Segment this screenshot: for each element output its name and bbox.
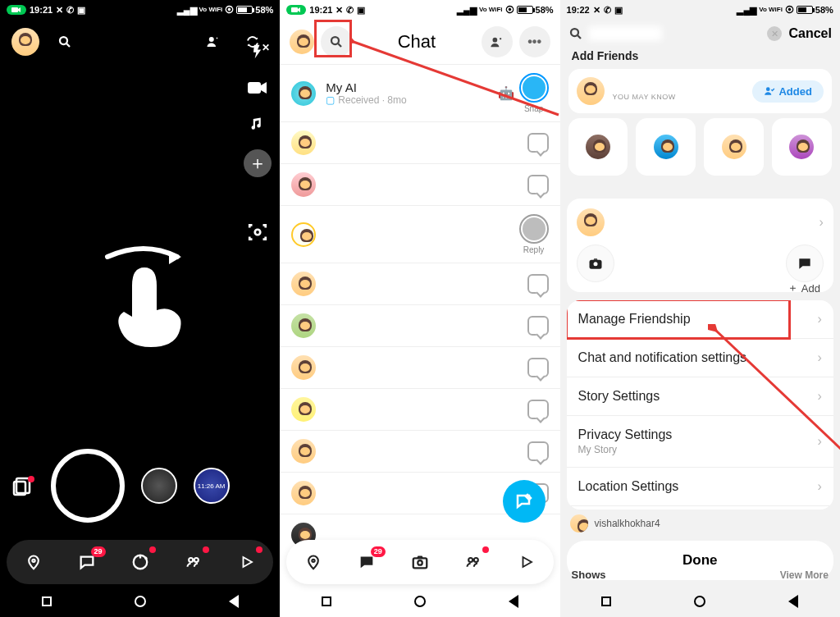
cancel-button[interactable]: Cancel	[788, 26, 831, 41]
profile-header-row[interactable]: ›	[577, 208, 824, 236]
home-button[interactable]	[694, 596, 705, 607]
bottom-nav: 29	[7, 540, 273, 584]
video-icon[interactable]	[247, 77, 268, 98]
status-bar: 19:21 ✕ ✆ ▣ ▂▄▆ Vo WiFi ⦿ 58%	[280, 0, 559, 20]
profile-avatar[interactable]	[11, 28, 39, 56]
svg-point-19	[468, 558, 472, 562]
bot-icon: 🤖	[498, 85, 514, 101]
chevron-right-icon: ›	[818, 434, 822, 449]
reply-ring[interactable]	[519, 214, 549, 244]
location-settings-row[interactable]: Location Settings ›	[567, 468, 833, 506]
chat-row[interactable]	[280, 430, 559, 472]
profile-avatar[interactable]	[290, 30, 314, 54]
camera-chat-icon[interactable]	[527, 133, 549, 153]
send-snap-button[interactable]	[577, 245, 614, 282]
search-button[interactable]	[49, 26, 80, 57]
whatsapp-icon: ✆	[346, 5, 354, 16]
privacy-settings-row[interactable]: Privacy Settings My Story ›	[567, 416, 833, 468]
avatar	[291, 272, 316, 296]
suggestion-avatar[interactable]	[568, 118, 628, 176]
flash-icon[interactable]: ✕	[247, 41, 268, 62]
chat-row[interactable]	[280, 263, 559, 304]
back-button[interactable]	[788, 595, 798, 608]
send-profile-row[interactable]: Send Profile To...	[567, 506, 833, 510]
app-icon: ▣	[77, 5, 85, 16]
add-friend-button[interactable]	[482, 26, 513, 57]
chat-tab[interactable]: 29	[73, 548, 101, 576]
chevron-right-icon: ›	[818, 312, 822, 327]
discover-tab[interactable]	[126, 548, 154, 576]
recents-button[interactable]	[322, 596, 331, 606]
map-tab[interactable]	[20, 548, 48, 576]
android-nav	[0, 589, 280, 614]
lens-carousel-item-2[interactable]: 11:26 AM	[194, 468, 230, 504]
chat-tab[interactable]: 29	[353, 548, 381, 576]
back-button[interactable]	[509, 595, 518, 608]
view-more-link[interactable]: View More	[780, 569, 829, 581]
wifi-label: Vo WiFi	[479, 7, 503, 13]
clear-search-icon[interactable]: ✕	[767, 26, 782, 41]
chat-row[interactable]	[280, 388, 559, 430]
story-settings-row[interactable]: Story Settings ›	[567, 377, 833, 416]
section-title: Add Friends	[560, 48, 840, 64]
chat-row[interactable]	[280, 121, 559, 163]
map-tab[interactable]	[299, 548, 327, 576]
status-bar: 19:22 ✕ ✆ ▣ ▂▄▆ Vo WiFi ⦿ 58%	[560, 0, 840, 20]
chat-row-my-ai[interactable]: My AI ▢ Received · 8mo 🤖 Snap	[280, 64, 559, 121]
avatar-suggestion-strip	[560, 118, 840, 176]
avatar	[291, 222, 316, 247]
camera-chat-icon[interactable]	[527, 400, 549, 419]
background-user-row: vishalkhokhar4	[570, 514, 830, 532]
send-chat-button[interactable]	[786, 245, 824, 282]
lens-carousel-item-1[interactable]	[141, 468, 177, 504]
chat-row[interactable]	[280, 346, 559, 388]
chat-row[interactable]	[280, 304, 559, 346]
svg-point-22	[571, 29, 578, 36]
friend-suggestion-card[interactable]: YOU MAY KNOW Added	[568, 69, 832, 113]
snap-label: Snap	[519, 104, 549, 113]
scan-icon[interactable]	[247, 222, 268, 243]
svg-point-3	[209, 37, 214, 42]
shutter-button[interactable]	[51, 449, 125, 523]
suggestion-avatar[interactable]	[704, 118, 764, 176]
dnd-icon: ✕	[593, 5, 600, 16]
compose-button[interactable]	[503, 480, 546, 523]
suggestion-avatar[interactable]	[772, 118, 832, 176]
camera-chat-icon[interactable]	[527, 274, 549, 294]
spotlight-tab[interactable]	[233, 548, 261, 576]
camera-chat-icon[interactable]	[527, 441, 549, 461]
search-input[interactable]: ✕	[568, 26, 783, 41]
friend-action-sheet: › ＋Add Manage Friendship ›	[567, 199, 833, 580]
music-icon[interactable]	[247, 113, 268, 135]
more-tools-button[interactable]: ＋	[244, 149, 272, 177]
svg-point-5	[255, 230, 261, 235]
camera-chat-icon[interactable]	[527, 316, 549, 336]
spotlight-tab[interactable]	[513, 548, 541, 576]
recents-button[interactable]	[601, 596, 611, 606]
home-button[interactable]	[414, 596, 426, 607]
swipe-gesture-graphic	[87, 236, 194, 354]
chat-badge: 29	[91, 546, 106, 557]
more-button[interactable]: •••	[519, 26, 550, 57]
suggestion-avatar[interactable]	[636, 118, 696, 176]
added-button[interactable]: Added	[752, 80, 823, 103]
story-ring[interactable]	[519, 73, 549, 103]
add-friend-button[interactable]	[198, 26, 229, 57]
stories-tab[interactable]	[459, 548, 487, 576]
reply-label: Reply	[519, 245, 549, 254]
camera-chat-icon[interactable]	[527, 358, 549, 377]
home-button[interactable]	[135, 596, 146, 607]
svg-point-15	[493, 37, 498, 42]
chat-notif-settings-row[interactable]: Chat and notification settings ›	[567, 339, 833, 377]
recents-button[interactable]	[42, 596, 52, 606]
back-button[interactable]	[229, 595, 239, 608]
manage-friendship-row[interactable]: Manage Friendship ›	[567, 300, 833, 339]
battery-icon	[236, 6, 253, 14]
camera-tab[interactable]	[406, 548, 434, 576]
add-friend-small[interactable]: ＋Add	[788, 281, 820, 295]
avatar-myai	[291, 81, 316, 106]
chat-row[interactable]: Reply	[280, 205, 559, 263]
stories-tab[interactable]	[180, 548, 208, 576]
camera-chat-icon[interactable]	[527, 175, 549, 194]
chat-row[interactable]	[280, 163, 559, 205]
